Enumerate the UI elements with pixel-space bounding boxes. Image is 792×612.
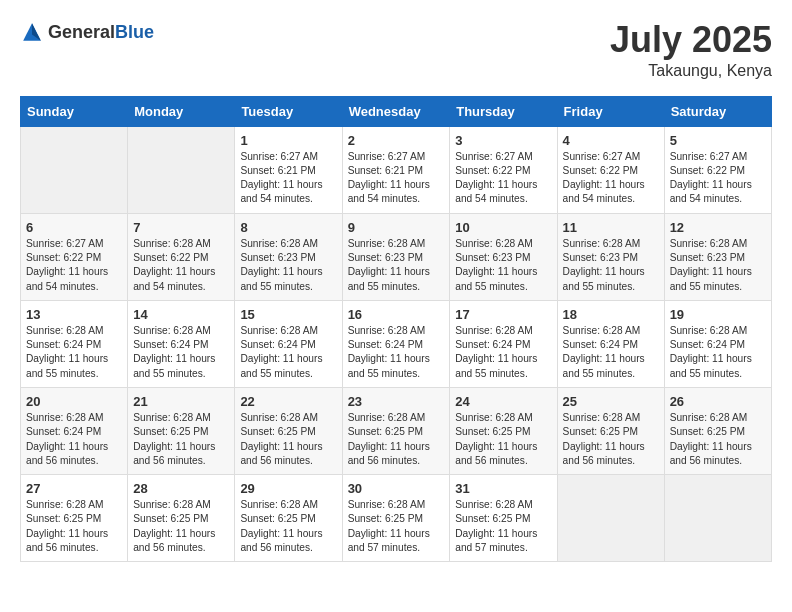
- weekday-header: Wednesday: [342, 96, 450, 126]
- calendar-week-row: 6Sunrise: 6:27 AMSunset: 6:22 PMDaylight…: [21, 213, 772, 300]
- cell-content: Sunrise: 6:28 AMSunset: 6:23 PMDaylight:…: [240, 237, 336, 294]
- day-number: 20: [26, 394, 122, 409]
- cell-content: Sunrise: 6:28 AMSunset: 6:24 PMDaylight:…: [670, 324, 766, 381]
- cell-content: Sunrise: 6:28 AMSunset: 6:22 PMDaylight:…: [133, 237, 229, 294]
- cell-content: Sunrise: 6:28 AMSunset: 6:25 PMDaylight:…: [563, 411, 659, 468]
- day-number: 31: [455, 481, 551, 496]
- calendar-cell: 12Sunrise: 6:28 AMSunset: 6:23 PMDayligh…: [664, 213, 771, 300]
- day-number: 9: [348, 220, 445, 235]
- calendar-cell: 20Sunrise: 6:28 AMSunset: 6:24 PMDayligh…: [21, 387, 128, 474]
- calendar-cell: 1Sunrise: 6:27 AMSunset: 6:21 PMDaylight…: [235, 126, 342, 213]
- day-number: 30: [348, 481, 445, 496]
- day-number: 6: [26, 220, 122, 235]
- calendar-cell: 15Sunrise: 6:28 AMSunset: 6:24 PMDayligh…: [235, 300, 342, 387]
- cell-content: Sunrise: 6:27 AMSunset: 6:21 PMDaylight:…: [348, 150, 445, 207]
- weekday-header: Saturday: [664, 96, 771, 126]
- cell-content: Sunrise: 6:28 AMSunset: 6:23 PMDaylight:…: [455, 237, 551, 294]
- cell-content: Sunrise: 6:27 AMSunset: 6:21 PMDaylight:…: [240, 150, 336, 207]
- cell-content: Sunrise: 6:28 AMSunset: 6:25 PMDaylight:…: [455, 411, 551, 468]
- day-number: 11: [563, 220, 659, 235]
- cell-content: Sunrise: 6:27 AMSunset: 6:22 PMDaylight:…: [670, 150, 766, 207]
- logo-general: General: [48, 22, 115, 42]
- calendar-cell: 14Sunrise: 6:28 AMSunset: 6:24 PMDayligh…: [128, 300, 235, 387]
- cell-content: Sunrise: 6:28 AMSunset: 6:24 PMDaylight:…: [26, 324, 122, 381]
- day-number: 23: [348, 394, 445, 409]
- calendar-cell: 18Sunrise: 6:28 AMSunset: 6:24 PMDayligh…: [557, 300, 664, 387]
- cell-content: Sunrise: 6:27 AMSunset: 6:22 PMDaylight:…: [26, 237, 122, 294]
- day-number: 22: [240, 394, 336, 409]
- day-number: 18: [563, 307, 659, 322]
- calendar-cell: 26Sunrise: 6:28 AMSunset: 6:25 PMDayligh…: [664, 387, 771, 474]
- cell-content: Sunrise: 6:28 AMSunset: 6:24 PMDaylight:…: [240, 324, 336, 381]
- cell-content: Sunrise: 6:28 AMSunset: 6:25 PMDaylight:…: [133, 498, 229, 555]
- day-number: 7: [133, 220, 229, 235]
- day-number: 15: [240, 307, 336, 322]
- calendar-cell: 28Sunrise: 6:28 AMSunset: 6:25 PMDayligh…: [128, 475, 235, 562]
- cell-content: Sunrise: 6:28 AMSunset: 6:24 PMDaylight:…: [563, 324, 659, 381]
- cell-content: Sunrise: 6:28 AMSunset: 6:23 PMDaylight:…: [670, 237, 766, 294]
- calendar-cell: 27Sunrise: 6:28 AMSunset: 6:25 PMDayligh…: [21, 475, 128, 562]
- calendar-cell: 19Sunrise: 6:28 AMSunset: 6:24 PMDayligh…: [664, 300, 771, 387]
- calendar-cell: 4Sunrise: 6:27 AMSunset: 6:22 PMDaylight…: [557, 126, 664, 213]
- cell-content: Sunrise: 6:28 AMSunset: 6:25 PMDaylight:…: [670, 411, 766, 468]
- day-number: 28: [133, 481, 229, 496]
- calendar-cell: [664, 475, 771, 562]
- logo-icon: [20, 20, 44, 44]
- day-number: 8: [240, 220, 336, 235]
- calendar-cell: 7Sunrise: 6:28 AMSunset: 6:22 PMDaylight…: [128, 213, 235, 300]
- weekday-header: Thursday: [450, 96, 557, 126]
- cell-content: Sunrise: 6:28 AMSunset: 6:23 PMDaylight:…: [563, 237, 659, 294]
- logo-text: GeneralBlue: [48, 22, 154, 43]
- day-number: 19: [670, 307, 766, 322]
- day-number: 24: [455, 394, 551, 409]
- calendar-week-row: 13Sunrise: 6:28 AMSunset: 6:24 PMDayligh…: [21, 300, 772, 387]
- cell-content: Sunrise: 6:27 AMSunset: 6:22 PMDaylight:…: [563, 150, 659, 207]
- day-number: 14: [133, 307, 229, 322]
- day-number: 21: [133, 394, 229, 409]
- calendar-cell: 11Sunrise: 6:28 AMSunset: 6:23 PMDayligh…: [557, 213, 664, 300]
- day-number: 13: [26, 307, 122, 322]
- day-number: 27: [26, 481, 122, 496]
- cell-content: Sunrise: 6:28 AMSunset: 6:23 PMDaylight:…: [348, 237, 445, 294]
- day-number: 16: [348, 307, 445, 322]
- cell-content: Sunrise: 6:28 AMSunset: 6:25 PMDaylight:…: [240, 498, 336, 555]
- day-number: 2: [348, 133, 445, 148]
- calendar-cell: 8Sunrise: 6:28 AMSunset: 6:23 PMDaylight…: [235, 213, 342, 300]
- weekday-header: Monday: [128, 96, 235, 126]
- calendar-cell: 5Sunrise: 6:27 AMSunset: 6:22 PMDaylight…: [664, 126, 771, 213]
- day-number: 5: [670, 133, 766, 148]
- logo-blue: Blue: [115, 22, 154, 42]
- calendar-cell: 2Sunrise: 6:27 AMSunset: 6:21 PMDaylight…: [342, 126, 450, 213]
- calendar-week-row: 20Sunrise: 6:28 AMSunset: 6:24 PMDayligh…: [21, 387, 772, 474]
- calendar-cell: 9Sunrise: 6:28 AMSunset: 6:23 PMDaylight…: [342, 213, 450, 300]
- calendar-cell: [21, 126, 128, 213]
- logo: GeneralBlue: [20, 20, 154, 44]
- cell-content: Sunrise: 6:28 AMSunset: 6:25 PMDaylight:…: [455, 498, 551, 555]
- cell-content: Sunrise: 6:28 AMSunset: 6:24 PMDaylight:…: [348, 324, 445, 381]
- calendar-cell: 3Sunrise: 6:27 AMSunset: 6:22 PMDaylight…: [450, 126, 557, 213]
- calendar-cell: 23Sunrise: 6:28 AMSunset: 6:25 PMDayligh…: [342, 387, 450, 474]
- weekday-header: Tuesday: [235, 96, 342, 126]
- calendar-cell: [128, 126, 235, 213]
- weekday-header: Sunday: [21, 96, 128, 126]
- calendar-cell: 6Sunrise: 6:27 AMSunset: 6:22 PMDaylight…: [21, 213, 128, 300]
- title-block: July 2025 Takaungu, Kenya: [610, 20, 772, 80]
- cell-content: Sunrise: 6:28 AMSunset: 6:25 PMDaylight:…: [26, 498, 122, 555]
- day-number: 12: [670, 220, 766, 235]
- weekday-header: Friday: [557, 96, 664, 126]
- day-number: 3: [455, 133, 551, 148]
- calendar-week-row: 1Sunrise: 6:27 AMSunset: 6:21 PMDaylight…: [21, 126, 772, 213]
- day-number: 29: [240, 481, 336, 496]
- cell-content: Sunrise: 6:28 AMSunset: 6:25 PMDaylight:…: [240, 411, 336, 468]
- calendar-cell: 24Sunrise: 6:28 AMSunset: 6:25 PMDayligh…: [450, 387, 557, 474]
- cell-content: Sunrise: 6:28 AMSunset: 6:24 PMDaylight:…: [133, 324, 229, 381]
- calendar-cell: 31Sunrise: 6:28 AMSunset: 6:25 PMDayligh…: [450, 475, 557, 562]
- calendar-cell: 25Sunrise: 6:28 AMSunset: 6:25 PMDayligh…: [557, 387, 664, 474]
- calendar-cell: 16Sunrise: 6:28 AMSunset: 6:24 PMDayligh…: [342, 300, 450, 387]
- calendar-cell: 17Sunrise: 6:28 AMSunset: 6:24 PMDayligh…: [450, 300, 557, 387]
- calendar-cell: 30Sunrise: 6:28 AMSunset: 6:25 PMDayligh…: [342, 475, 450, 562]
- page-header: GeneralBlue July 2025 Takaungu, Kenya: [20, 20, 772, 80]
- cell-content: Sunrise: 6:28 AMSunset: 6:24 PMDaylight:…: [26, 411, 122, 468]
- day-number: 10: [455, 220, 551, 235]
- location-title: Takaungu, Kenya: [610, 62, 772, 80]
